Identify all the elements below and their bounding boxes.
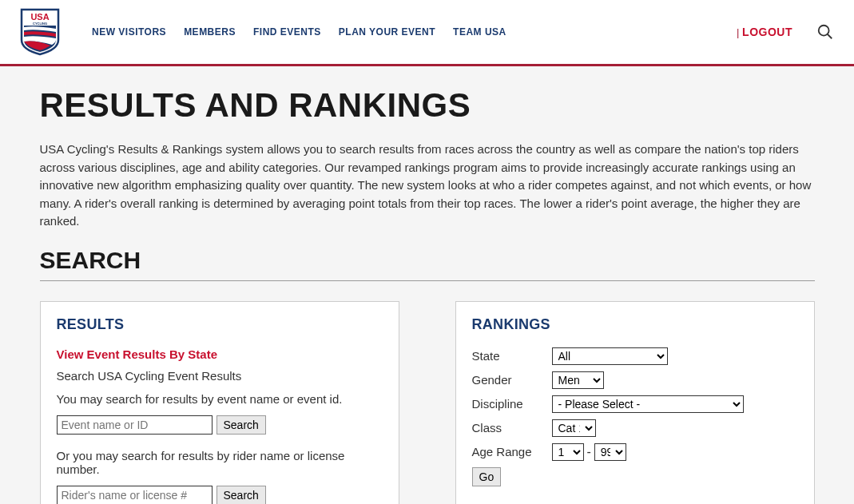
svg-point-2 (28, 28, 30, 30)
discipline-select[interactable]: - Please Select - (552, 395, 744, 413)
main-header: USA CYCLING NEW VISITORS MEMBERS FIND EV… (0, 0, 854, 66)
age-from-select[interactable]: 1 (552, 443, 584, 461)
logout-wrap: | LOGOUT (737, 26, 792, 38)
gender-select[interactable]: Men (552, 371, 604, 389)
event-search-input[interactable] (57, 415, 213, 435)
view-by-state-link[interactable]: View Event Results By State (57, 347, 383, 361)
class-label: Class (472, 421, 552, 435)
event-search-button[interactable]: Search (216, 415, 266, 435)
panels: RESULTS View Event Results By State Sear… (40, 301, 815, 505)
main-nav: NEW VISITORS MEMBERS FIND EVENTS PLAN YO… (92, 26, 506, 38)
discipline-label: Discipline (472, 397, 552, 411)
gender-label: Gender (472, 373, 552, 387)
nav-team-usa[interactable]: TEAM USA (453, 26, 506, 38)
age-label: Age Range (472, 445, 552, 458)
nav-plan-event[interactable]: PLAN YOUR EVENT (339, 26, 435, 38)
go-button[interactable]: Go (472, 467, 502, 486)
svg-text:CYCLING: CYCLING (33, 22, 47, 26)
state-row: State All (472, 347, 798, 365)
main-container: RESULTS AND RANKINGS USA Cycling's Resul… (20, 66, 835, 504)
age-to-select[interactable]: 99 (594, 443, 626, 461)
state-label: State (472, 349, 552, 363)
svg-text:USA: USA (30, 12, 49, 22)
results-title: RESULTS (57, 316, 383, 333)
age-row: Age Range 1 - 99 (472, 443, 798, 461)
rankings-title: RANKINGS (472, 316, 798, 333)
discipline-row: Discipline - Please Select - (472, 395, 798, 413)
nav-members[interactable]: MEMBERS (184, 26, 236, 38)
event-helper: You may search for results by event name… (57, 392, 383, 406)
svg-point-3 (33, 28, 34, 30)
class-row: Class Cat 1 (472, 419, 798, 437)
logout-link[interactable]: LOGOUT (742, 26, 792, 38)
results-subhead: Search USA Cycling Event Results (57, 369, 383, 383)
rider-search-button[interactable]: Search (216, 486, 266, 505)
intro-text: USA Cycling's Results & Rankings system … (40, 141, 815, 231)
class-select[interactable]: Cat 1 (552, 419, 596, 437)
state-select[interactable]: All (552, 347, 668, 365)
divider (40, 280, 815, 281)
rider-search-input[interactable] (57, 486, 213, 505)
event-search-row: Search (57, 415, 383, 435)
page-title: RESULTS AND RANKINGS (40, 86, 815, 125)
svg-point-4 (819, 26, 829, 36)
rankings-panel: RANKINGS State All Gender Men Discipline… (455, 301, 815, 505)
nav-new-visitors[interactable]: NEW VISITORS (92, 26, 166, 38)
search-heading: SEARCH (40, 247, 815, 274)
nav-find-events[interactable]: FIND EVENTS (253, 26, 321, 38)
search-icon[interactable] (816, 23, 834, 41)
gender-row: Gender Men (472, 371, 798, 389)
shield-logo-icon: USA CYCLING (20, 8, 60, 56)
results-panel: RESULTS View Event Results By State Sear… (40, 301, 399, 505)
age-range-separator: - (587, 445, 591, 459)
rider-search-row: Search (57, 486, 383, 505)
svg-line-5 (828, 34, 832, 39)
usa-cycling-logo[interactable]: USA CYCLING (20, 8, 60, 56)
header-right: | LOGOUT (737, 23, 834, 41)
rider-helper: Or you may search for results by rider n… (57, 449, 383, 476)
